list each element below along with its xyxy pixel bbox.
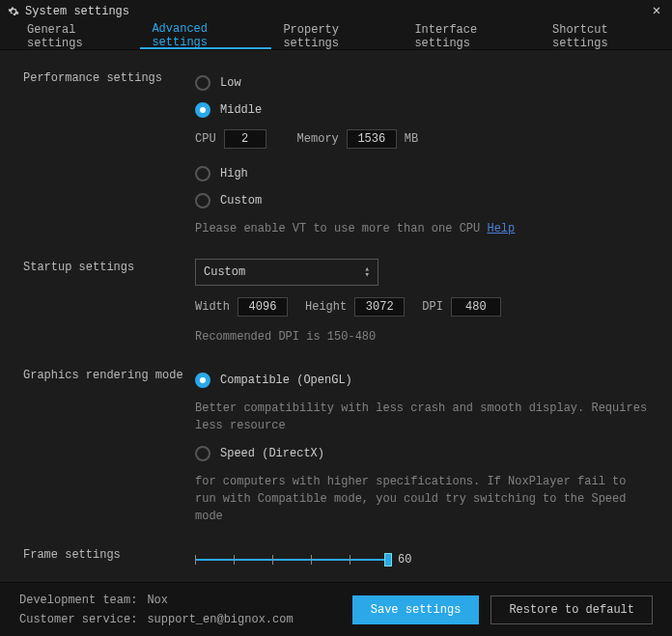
dpi-label: DPI — [422, 300, 443, 314]
window-title: System settings — [25, 5, 649, 18]
memory-unit: MB — [405, 132, 418, 146]
slider-handle[interactable] — [384, 553, 392, 567]
section-graphics: Graphics rendering mode Compatible (Open… — [23, 367, 649, 529]
cpu-input[interactable] — [224, 129, 266, 149]
frame-label: Frame settings — [23, 546, 195, 587]
performance-label: Performance settings — [23, 69, 195, 241]
frame-value: 60 — [398, 553, 411, 567]
cpu-label: CPU — [195, 132, 216, 146]
save-button[interactable]: Save settings — [352, 595, 480, 624]
cs-label: Customer service: — [19, 613, 137, 626]
radio-perf-low-label: Low — [220, 76, 241, 90]
dev-value: Nox — [147, 594, 168, 607]
width-label: Width — [195, 300, 230, 314]
compat-note: Better compatibility with less crash and… — [195, 400, 649, 434]
startup-label: Startup settings — [23, 259, 195, 349]
dev-label: Development team: — [19, 594, 137, 607]
radio-gfx-speed-label: Speed (DirectX) — [220, 447, 324, 460]
height-input[interactable] — [354, 297, 405, 317]
radio-perf-custom-label: Custom — [220, 194, 262, 207]
tab-property[interactable]: Property settings — [271, 23, 403, 49]
startup-select[interactable]: Custom ▴▾ — [195, 259, 378, 286]
startup-select-value: Custom — [204, 265, 245, 279]
radio-perf-middle[interactable] — [195, 102, 210, 118]
help-link[interactable]: Help — [487, 222, 515, 235]
footer: Development team: Nox Customer service: … — [0, 582, 672, 636]
radio-perf-high-label: High — [220, 167, 248, 180]
radio-gfx-compat[interactable] — [195, 373, 210, 388]
content: Performance settings Low Middle CPU Memo… — [0, 50, 672, 587]
radio-gfx-compat-label: Compatible (OpenGL) — [220, 373, 352, 387]
radio-perf-custom[interactable] — [195, 193, 210, 208]
frame-slider[interactable] — [195, 550, 388, 569]
chevron-updown-icon: ▴▾ — [365, 266, 370, 278]
graphics-label: Graphics rendering mode — [23, 367, 195, 529]
tab-shortcut[interactable]: Shortcut settings — [541, 23, 672, 49]
tab-advanced[interactable]: Advanced settings — [140, 23, 271, 49]
cs-value: support_en@bignox.com — [147, 613, 293, 626]
dpi-input[interactable] — [451, 297, 501, 317]
width-input[interactable] — [238, 297, 288, 317]
tabs: General settings Advanced settings Prope… — [0, 23, 672, 50]
close-icon[interactable]: ✕ — [649, 4, 664, 19]
radio-gfx-speed[interactable] — [195, 446, 210, 461]
speed-note: for computers with higher specifications… — [195, 473, 649, 525]
gear-icon — [8, 6, 19, 17]
section-frame: Frame settings 60 60 FPS: recommended fo… — [23, 546, 649, 587]
tab-general[interactable]: General settings — [15, 23, 140, 49]
dpi-note: Recommended DPI is 150-480 — [195, 328, 649, 346]
vt-note: Please enable VT to use more than one CP… — [195, 220, 649, 237]
memory-input[interactable] — [347, 129, 397, 149]
radio-perf-middle-label: Middle — [220, 103, 262, 117]
radio-perf-high[interactable] — [195, 166, 210, 181]
height-label: Height — [305, 300, 347, 314]
tab-interface[interactable]: Interface settings — [403, 23, 541, 49]
restore-button[interactable]: Restore to default — [490, 595, 653, 624]
section-performance: Performance settings Low Middle CPU Memo… — [23, 69, 649, 241]
memory-label: Memory — [297, 132, 339, 146]
titlebar: System settings ✕ — [0, 0, 672, 23]
section-startup: Startup settings Custom ▴▾ Width Height … — [23, 259, 649, 349]
radio-perf-low[interactable] — [195, 75, 210, 91]
